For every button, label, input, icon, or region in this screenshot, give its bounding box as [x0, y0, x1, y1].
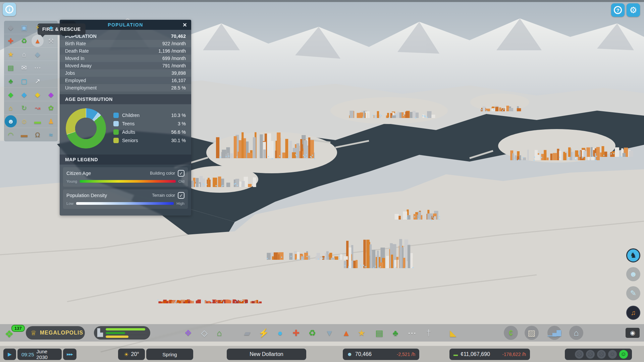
- landscaping-tool-icon[interactable]: †: [421, 324, 437, 342]
- play-pause-button[interactable]: ▶: [3, 349, 16, 360]
- population-panel: ☻ POPULATION ✕ POPULATION70,462Birth Rat…: [60, 20, 191, 216]
- trends-icon[interactable]: ↝: [31, 101, 44, 115]
- statistics-icon[interactable]: ▁▄▇: [546, 324, 562, 342]
- checkbox[interactable]: ✓: [178, 192, 184, 199]
- garbage-icon[interactable]: ♻: [17, 34, 31, 48]
- city-name: New Dollarton: [250, 351, 283, 357]
- communications-tool-icon[interactable]: ⋯: [404, 324, 420, 342]
- routes-icon[interactable]: ↗: [31, 74, 44, 88]
- noise-icon[interactable]: Ω: [31, 128, 44, 141]
- electricity-tool-icon[interactable]: ⚡: [256, 324, 272, 342]
- healthcare-icon[interactable]: ✚: [4, 34, 17, 48]
- police-icon[interactable]: ★: [4, 48, 17, 61]
- gradient-row: YoungOld: [66, 179, 184, 183]
- bulldozer-icon[interactable]: ◣: [445, 324, 461, 342]
- fire-rescue-tool-icon[interactable]: ▲: [338, 324, 354, 342]
- communications-icon[interactable]: ⋯: [31, 61, 44, 74]
- zone-industrial-icon[interactable]: ◆: [31, 88, 44, 101]
- population-display[interactable]: ☻ 70,466 -2,521 /h: [343, 349, 419, 360]
- population-stats: POPULATION70,462Birth Rate922 /monthDeat…: [60, 30, 191, 92]
- areas-icon[interactable]: ⌂: [211, 324, 227, 342]
- age-legend-item: Seniors30.1 %: [113, 136, 186, 144]
- roads-icon[interactable]: ◆: [4, 21, 17, 34]
- fire-rescue-icon[interactable]: ▲: [31, 34, 44, 48]
- economy-icon[interactable]: ¢: [503, 324, 519, 342]
- happy-face-icon: ☺: [608, 350, 617, 359]
- age-value: 30.1 %: [171, 138, 186, 143]
- money-trend: -178,622 /h: [502, 352, 526, 357]
- police-tool-icon[interactable]: ★: [354, 324, 370, 342]
- maintenance-icon[interactable]: ⚒: [44, 34, 58, 48]
- population-value: 70,466: [355, 351, 372, 357]
- sidebar-row: ☻☺▬♟: [4, 115, 58, 128]
- water-icon[interactable]: ●: [44, 21, 58, 34]
- stat-label: Birth Rate: [65, 41, 86, 46]
- happy-face-icon: ☹: [586, 350, 595, 359]
- healthcare-tool-icon[interactable]: ✚: [288, 324, 304, 342]
- parks-tool-icon[interactable]: ♣: [387, 324, 404, 342]
- city-progress-button[interactable]: ▙: [94, 326, 150, 340]
- age-value: 56.6 %: [171, 129, 186, 135]
- photo-mode-icon[interactable]: ◉: [625, 324, 641, 342]
- roads-tool-icon[interactable]: ▰: [239, 324, 255, 342]
- infoview-button[interactable]: i: [3, 3, 16, 16]
- transportation-tool-icon[interactable]: ▤: [371, 324, 387, 342]
- soil-icon[interactable]: ▬: [17, 128, 31, 141]
- money-display[interactable]: ▬ ¢11,067,690 -178,622 /h: [449, 349, 530, 360]
- administration-icon[interactable]: ⌂: [17, 48, 31, 61]
- terrain-icon[interactable]: ◠: [4, 128, 17, 141]
- stat-value: 922 /month: [162, 41, 186, 46]
- zone-commercial-icon[interactable]: ◆: [17, 88, 31, 101]
- age-swatch: [113, 121, 119, 126]
- transit-map-icon[interactable]: ▨: [524, 324, 540, 342]
- checkbox[interactable]: ✓: [178, 170, 184, 177]
- person-icon: ☻: [347, 351, 353, 357]
- districts-icon[interactable]: ◇: [196, 324, 212, 342]
- chirper-button[interactable]: ♞: [626, 248, 641, 263]
- city-buildings-icon: ▙: [97, 328, 103, 337]
- mail-icon[interactable]: ✉: [17, 61, 31, 74]
- person-icon: ☻: [626, 267, 640, 281]
- education-icon[interactable]: ◆: [31, 48, 44, 61]
- bottom-toolbar: ❖ 137 ♕ MEGALOPOLIS ▙ ❖◇⌂▰⚡●✚♻▼▲★▤♣⋯†◣¢▨…: [0, 324, 644, 342]
- radio-button[interactable]: ♫: [626, 305, 641, 320]
- happiness-icon[interactable]: ☺: [17, 115, 31, 128]
- settings-button[interactable]: ⚙: [627, 3, 640, 17]
- tourism-icon[interactable]: ▢: [17, 74, 31, 88]
- city-info-icon[interactable]: ⌂: [568, 324, 584, 342]
- trophy-icon: ♕: [31, 329, 37, 337]
- age-legend-item: Adults56.6 %: [113, 128, 186, 136]
- info-icon: i: [5, 5, 13, 13]
- electricity-icon[interactable]: ⚡: [31, 21, 44, 34]
- clock-display: 09:25 June 2030: [17, 349, 62, 360]
- happiness-meter[interactable]: ☹☹☹☺☺: [565, 349, 632, 360]
- agriculture-icon[interactable]: ✿: [44, 101, 58, 115]
- city-map-icon[interactable]: ↻: [17, 101, 31, 115]
- population-trend: -2,521 /h: [397, 352, 415, 357]
- garbage-tool-icon[interactable]: ♻: [304, 324, 320, 342]
- close-button[interactable]: ✕: [181, 21, 189, 28]
- journal-button[interactable]: ✎: [626, 286, 641, 301]
- zone-office-icon[interactable]: ◆: [44, 88, 58, 101]
- progress-bar-track: [106, 332, 147, 334]
- households-icon[interactable]: ⌂: [4, 101, 17, 115]
- vehicles-icon[interactable]: ▣: [17, 21, 31, 34]
- education-tool-icon[interactable]: ▼: [321, 324, 337, 342]
- parks-icon[interactable]: ♣: [4, 74, 17, 88]
- milestone-button[interactable]: ♕ MEGALOPOLIS: [26, 326, 85, 340]
- city-name-display: New Dollarton: [227, 349, 306, 360]
- milestone-progress-button[interactable]: ❖ 137: [5, 325, 22, 340]
- speed-icon: ▶▶▶: [67, 353, 73, 356]
- age-swatch: [113, 138, 119, 143]
- citizens-button[interactable]: ☻: [626, 267, 641, 282]
- money-icon[interactable]: ▬: [31, 115, 44, 128]
- help-button[interactable]: ?: [611, 3, 625, 17]
- workers-icon[interactable]: ♟: [44, 115, 58, 128]
- transportation-icon[interactable]: ▤: [4, 61, 17, 74]
- zone-residential-icon[interactable]: ◆: [4, 88, 17, 101]
- water-tool-icon[interactable]: ●: [272, 324, 288, 342]
- speed-control[interactable]: ▶▶▶: [63, 349, 76, 360]
- zoning-icon[interactable]: ❖: [180, 324, 196, 342]
- groundwater-icon[interactable]: ≈: [44, 128, 58, 141]
- population-icon[interactable]: ☻: [4, 115, 17, 128]
